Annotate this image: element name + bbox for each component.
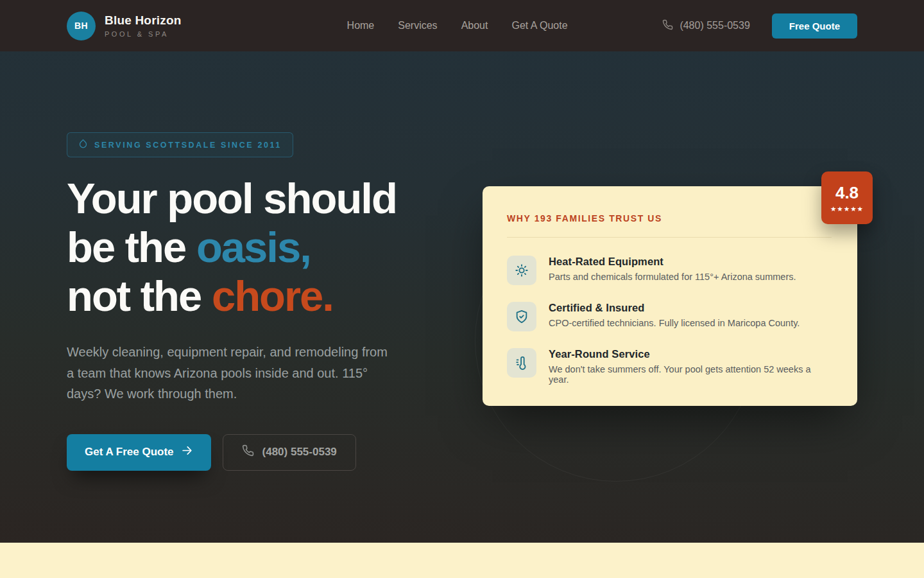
- nav-right-cluster: (480) 555-0539 Free Quote: [662, 13, 857, 39]
- logo-monogram: BH: [67, 12, 96, 40]
- brand-tagline: POOL & SPA: [105, 30, 182, 38]
- shield-check-icon: [507, 302, 536, 331]
- nav-phone-link[interactable]: (480) 555-0539: [662, 19, 749, 33]
- trust-item-text: Year-Round Service We don't take summers…: [549, 348, 832, 385]
- brand-name: Blue Horizon: [105, 13, 182, 28]
- phone-call-button-label: (480) 555-0539: [262, 446, 337, 459]
- trust-item-text: Certified & Insured CPO-certified techni…: [549, 302, 800, 328]
- headline-line3-prefix: not the: [67, 272, 212, 320]
- top-navigation: BH Blue Horizon POOL & SPA Home Services…: [0, 0, 924, 51]
- nav-link-about[interactable]: About: [461, 20, 488, 31]
- arrow-right-icon: [181, 444, 193, 460]
- nav-link-services[interactable]: Services: [398, 20, 437, 31]
- free-quote-button[interactable]: Free Quote: [772, 13, 857, 39]
- headline-accent-chore: chore.: [212, 272, 333, 320]
- brand-logo[interactable]: BH Blue Horizon POOL & SPA: [67, 12, 182, 40]
- trust-item-title: Heat-Rated Equipment: [549, 256, 796, 268]
- landing-page: BH Blue Horizon POOL & SPA Home Services…: [0, 0, 924, 578]
- droplet-icon: [78, 139, 88, 151]
- headline-line2-prefix: be the: [67, 223, 196, 271]
- trust-item-description: CPO-certified technicians. Fully license…: [549, 318, 800, 328]
- serving-badge: SERVING SCOTTSDALE SINCE 2011: [67, 132, 293, 157]
- phone-icon: [662, 19, 673, 33]
- hero-description: Weekly cleaning, equipment repair, and r…: [67, 342, 393, 405]
- hero-section: SERVING SCOTTSDALE SINCE 2011 Your pool …: [0, 51, 924, 543]
- headline-accent-oasis: oasis,: [196, 223, 311, 271]
- nav-links: Home Services About Get A Quote: [347, 20, 568, 31]
- brand-text: Blue Horizon POOL & SPA: [105, 13, 182, 38]
- get-free-quote-label: Get A Free Quote: [85, 446, 174, 459]
- trust-item-description: Parts and chemicals formulated for 115°+…: [549, 272, 796, 282]
- nav-link-get-a-quote[interactable]: Get A Quote: [511, 20, 567, 31]
- phone-icon: [242, 444, 254, 460]
- headline-line1: Your pool should: [67, 174, 397, 222]
- trust-item-heat-rated: Heat-Rated Equipment Parts and chemicals…: [507, 256, 832, 285]
- trust-item-description: We don't take summers off. Your pool get…: [549, 364, 832, 385]
- trust-card-divider: [507, 237, 832, 238]
- trust-item-text: Heat-Rated Equipment Parts and chemicals…: [549, 256, 796, 282]
- nav-phone-number: (480) 555-0539: [680, 20, 749, 31]
- serving-badge-label: SERVING SCOTTSDALE SINCE 2011: [94, 141, 282, 150]
- footer-strip: [0, 543, 924, 578]
- hero-cta-row: Get A Free Quote (480) 555-0539: [67, 434, 465, 471]
- rating-badge: 4.8 ★★★★★: [821, 171, 873, 224]
- rating-score: 4.8: [835, 183, 859, 203]
- thermometer-icon: [507, 348, 536, 378]
- get-free-quote-button[interactable]: Get A Free Quote: [67, 434, 211, 471]
- trust-card: 4.8 ★★★★★ WHY 193 FAMILIES TRUST US Heat…: [483, 186, 857, 406]
- trust-item-title: Certified & Insured: [549, 302, 800, 314]
- rating-stars: ★★★★★: [830, 205, 864, 213]
- hero-content: SERVING SCOTTSDALE SINCE 2011 Your pool …: [67, 132, 465, 471]
- hero-headline: Your pool should be the oasis, not the c…: [67, 174, 465, 320]
- trust-card-heading: WHY 193 FAMILIES TRUST US: [507, 213, 832, 223]
- sun-icon: [507, 256, 536, 285]
- trust-item-certified: Certified & Insured CPO-certified techni…: [507, 302, 832, 331]
- nav-link-home[interactable]: Home: [347, 20, 375, 31]
- trust-item-year-round: Year-Round Service We don't take summers…: [507, 348, 832, 385]
- trust-item-title: Year-Round Service: [549, 348, 832, 360]
- phone-call-button[interactable]: (480) 555-0539: [223, 434, 356, 471]
